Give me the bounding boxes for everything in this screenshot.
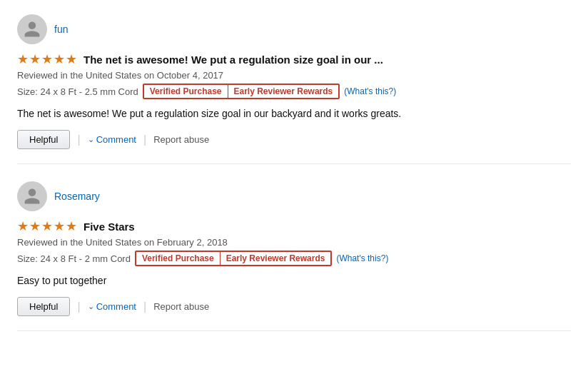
helpful-button[interactable]: Helpful xyxy=(17,130,70,149)
comment-link[interactable]: ⌄ Comment xyxy=(88,134,136,145)
whats-this-link[interactable]: (What's this?) xyxy=(344,86,396,96)
reviewer-name[interactable]: Rosemary xyxy=(54,191,100,202)
review-title: The net is awesome! We put a regulation … xyxy=(83,54,383,66)
review-date: Reviewed in the United States on October… xyxy=(17,70,571,81)
review-body: Easy to put together xyxy=(17,273,571,288)
review-1: fun ★★★★★ The net is awesome! We put a r… xyxy=(17,14,571,164)
reviewer-row: fun xyxy=(17,14,571,44)
stars-title-row: ★★★★★ The net is awesome! We put a regul… xyxy=(17,51,571,67)
separator-2: | xyxy=(143,133,146,146)
comment-link[interactable]: ⌄ Comment xyxy=(88,301,136,312)
early-reviewer-badge: Early Reviewer Rewards xyxy=(228,85,339,98)
whats-this-link[interactable]: (What's this?) xyxy=(336,253,388,263)
stars: ★★★★★ xyxy=(17,51,78,67)
avatar xyxy=(17,181,47,211)
size-text: Size: 24 x 8 Ft - 2 mm Cord xyxy=(17,253,131,264)
review-2: Rosemary ★★★★★ Five Stars Reviewed in th… xyxy=(17,181,571,331)
report-abuse-link[interactable]: Report abuse xyxy=(153,134,209,145)
review-date: Reviewed in the United States on Februar… xyxy=(17,237,571,248)
actions-row: Helpful | ⌄ Comment | Report abuse xyxy=(17,130,571,149)
separator-2: | xyxy=(143,300,146,313)
verified-purchase-badge: Verified Purchase xyxy=(144,85,228,98)
reviewer-name[interactable]: fun xyxy=(54,24,68,35)
review-title: Five Stars xyxy=(83,221,135,233)
avatar xyxy=(17,14,47,44)
helpful-button[interactable]: Helpful xyxy=(17,297,70,316)
report-abuse-link[interactable]: Report abuse xyxy=(153,301,209,312)
reviewer-row: Rosemary xyxy=(17,181,571,211)
size-badges-row: Size: 24 x 8 Ft - 2 mm Cord Verified Pur… xyxy=(17,251,571,266)
stars-title-row: ★★★★★ Five Stars xyxy=(17,218,571,234)
stars: ★★★★★ xyxy=(17,218,78,234)
actions-row: Helpful | ⌄ Comment | Report abuse xyxy=(17,297,571,316)
size-badges-row: Size: 24 x 8 Ft - 2.5 mm Cord Verified P… xyxy=(17,84,571,99)
chevron-down-icon: ⌄ xyxy=(88,302,94,311)
separator-1: | xyxy=(77,133,80,146)
early-reviewer-badge: Early Reviewer Rewards xyxy=(220,252,331,265)
verified-purchase-badge: Verified Purchase xyxy=(136,252,220,265)
size-text: Size: 24 x 8 Ft - 2.5 mm Cord xyxy=(17,86,138,97)
chevron-down-icon: ⌄ xyxy=(88,135,94,144)
separator-1: | xyxy=(77,300,80,313)
review-body: The net is awesome! We put a regulation … xyxy=(17,106,571,121)
reviews-container: fun ★★★★★ The net is awesome! We put a r… xyxy=(17,14,571,331)
badges-box: Verified Purchase Early Reviewer Rewards xyxy=(135,251,332,266)
badges-box: Verified Purchase Early Reviewer Rewards xyxy=(143,84,340,99)
